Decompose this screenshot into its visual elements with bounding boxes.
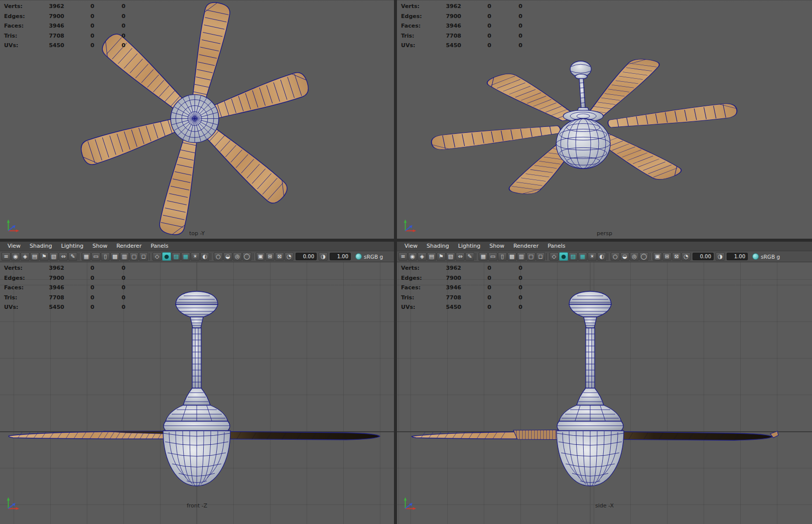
- gamma-icon[interactable]: ◑: [716, 252, 725, 261]
- menu-item[interactable]: Lighting: [454, 242, 485, 251]
- camera-select-icon[interactable]: ◉: [408, 252, 417, 261]
- textured-icon[interactable]: ▨: [172, 252, 181, 261]
- camera-attrs-icon[interactable]: ▤: [427, 252, 436, 261]
- viewport-side[interactable]: ViewShadingLightingShowRendererPanels ≡◉…: [397, 242, 812, 524]
- resolution-gate-icon[interactable]: ▯: [101, 252, 110, 261]
- stat-value: 7708: [35, 293, 64, 303]
- shadows-icon[interactable]: ◐: [597, 252, 606, 261]
- gamma-field[interactable]: 1.00: [727, 253, 748, 260]
- isolate-select-icon[interactable]: ▣: [653, 252, 662, 261]
- menu-item[interactable]: View: [3, 242, 25, 251]
- anti-alias-icon[interactable]: ◯: [242, 252, 251, 261]
- colorspace-icon[interactable]: [355, 253, 362, 260]
- menu-item[interactable]: Renderer: [112, 242, 146, 251]
- stat-label: UVs:: [401, 302, 432, 312]
- film-gate-icon[interactable]: ▭: [488, 252, 497, 261]
- viewport-top[interactable]: Verts: 3962 0 0 Edges: 7900 0 0 Faces: 3…: [0, 0, 394, 239]
- shadows-icon[interactable]: ◐: [200, 252, 209, 261]
- separator[interactable]: [476, 253, 477, 260]
- camera-attrs-icon[interactable]: ▤: [30, 252, 39, 261]
- safe-title-icon[interactable]: ◻: [139, 252, 148, 261]
- colorspace-icon[interactable]: [752, 253, 759, 260]
- resolution-gate-icon[interactable]: ▯: [498, 252, 507, 261]
- menu-item[interactable]: Panels: [543, 242, 570, 251]
- exposure-field[interactable]: 0.00: [693, 253, 714, 260]
- safe-title-icon[interactable]: ◻: [536, 252, 545, 261]
- stat-label: Tris:: [401, 293, 432, 303]
- field-chart-icon[interactable]: ▥: [120, 252, 129, 261]
- safe-action-icon[interactable]: ▢: [129, 252, 139, 261]
- separator[interactable]: [608, 253, 609, 260]
- menu-item[interactable]: Shading: [422, 242, 454, 251]
- safe-action-icon[interactable]: ▢: [526, 252, 535, 261]
- viewport-persp[interactable]: Verts: 3962 0 0 Edges: 7900 0 0 Faces: 3…: [397, 0, 812, 239]
- grease-pencil-icon[interactable]: ✎: [68, 252, 77, 261]
- anti-alias-icon[interactable]: ◯: [639, 252, 648, 261]
- use-lights-icon[interactable]: ☀: [191, 252, 200, 261]
- menu-item[interactable]: Panels: [146, 242, 173, 251]
- checkered-icon[interactable]: ▦: [578, 252, 587, 261]
- grid-icon[interactable]: ▦: [82, 252, 91, 261]
- use-lights-icon[interactable]: ☀: [588, 252, 597, 261]
- image-plane-icon[interactable]: ▧: [446, 252, 455, 261]
- xray-icon[interactable]: ◒: [620, 252, 629, 261]
- stat-label: UVs:: [4, 41, 35, 51]
- separator[interactable]: [211, 253, 212, 260]
- stat-label: Edges:: [4, 12, 35, 22]
- camera-lock-icon[interactable]: ◈: [418, 252, 427, 261]
- menu-item[interactable]: View: [400, 242, 422, 251]
- viewport-front[interactable]: ViewShadingLightingShowRendererPanels ≡◉…: [0, 242, 394, 524]
- smooth-shade-icon[interactable]: ●: [162, 252, 171, 261]
- exposure-field[interactable]: 0.00: [296, 253, 317, 260]
- wireframe-icon[interactable]: ◇: [550, 252, 559, 261]
- separator[interactable]: [150, 253, 151, 260]
- menu-collapse-icon[interactable]: ≡: [2, 252, 11, 261]
- menu-item[interactable]: Shading: [25, 242, 57, 251]
- occlusion-icon[interactable]: ◎: [630, 252, 639, 261]
- viewport-canvas-side[interactable]: Verts: 3962 0 0 Edges: 7900 0 0 Faces: 3…: [397, 262, 812, 524]
- xray-icon[interactable]: ◒: [223, 252, 232, 261]
- grid-icon[interactable]: ▦: [479, 252, 488, 261]
- smooth-shade-icon[interactable]: ●: [559, 252, 568, 261]
- split-view-icon[interactable]: ⊞: [662, 252, 671, 261]
- gamma-field[interactable]: 1.00: [330, 253, 351, 260]
- menu-item[interactable]: Show: [485, 242, 509, 251]
- image-plane-icon[interactable]: ▧: [49, 252, 58, 261]
- snap-icon[interactable]: ⊠: [672, 252, 681, 261]
- viewport-canvas-front[interactable]: Verts: 3962 0 0 Edges: 7900 0 0 Faces: 3…: [0, 262, 394, 524]
- separator[interactable]: [253, 253, 254, 260]
- gate-mask-icon[interactable]: ▩: [507, 252, 516, 261]
- default-material-icon[interactable]: ○: [214, 252, 223, 261]
- snap-icon[interactable]: ⊠: [275, 252, 284, 261]
- film-gate-icon[interactable]: ▭: [91, 252, 100, 261]
- menu-collapse-icon[interactable]: ≡: [398, 252, 408, 261]
- separator[interactable]: [547, 253, 548, 260]
- exposure-icon[interactable]: ◔: [682, 252, 691, 261]
- wireframe-icon[interactable]: ◇: [153, 252, 162, 261]
- bookmark-icon[interactable]: ⚑: [437, 252, 446, 261]
- exposure-icon[interactable]: ◔: [285, 252, 294, 261]
- menu-item[interactable]: Renderer: [509, 242, 543, 251]
- pan-zoom-icon[interactable]: ⇔: [59, 252, 68, 261]
- separator[interactable]: [650, 253, 651, 260]
- stat-label: UVs:: [401, 41, 432, 51]
- separator[interactable]: [79, 253, 80, 260]
- colorspace-label[interactable]: sRGB g: [364, 254, 383, 260]
- gate-mask-icon[interactable]: ▩: [110, 252, 119, 261]
- isolate-select-icon[interactable]: ▣: [256, 252, 265, 261]
- menu-item[interactable]: Show: [88, 242, 112, 251]
- bookmark-icon[interactable]: ⚑: [40, 252, 49, 261]
- gamma-icon[interactable]: ◑: [319, 252, 328, 261]
- grease-pencil-icon[interactable]: ✎: [465, 252, 474, 261]
- field-chart-icon[interactable]: ▥: [517, 252, 526, 261]
- pan-zoom-icon[interactable]: ⇔: [456, 252, 465, 261]
- camera-lock-icon[interactable]: ◈: [21, 252, 30, 261]
- camera-select-icon[interactable]: ◉: [11, 252, 20, 261]
- colorspace-label[interactable]: sRGB g: [761, 254, 780, 260]
- checkered-icon[interactable]: ▦: [181, 252, 190, 261]
- split-view-icon[interactable]: ⊞: [265, 252, 275, 261]
- menu-item[interactable]: Lighting: [57, 242, 88, 251]
- default-material-icon[interactable]: ○: [611, 252, 620, 261]
- textured-icon[interactable]: ▨: [569, 252, 578, 261]
- occlusion-icon[interactable]: ◎: [233, 252, 242, 261]
